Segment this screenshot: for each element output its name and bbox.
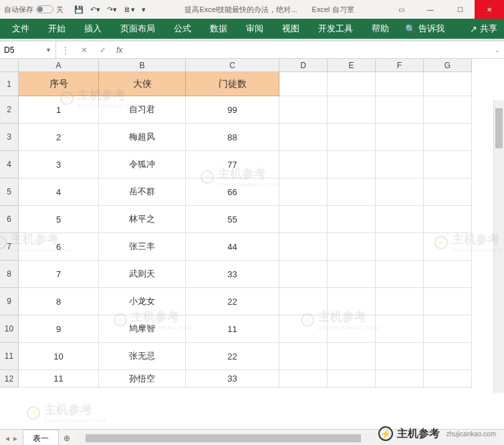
save-icon[interactable]: 💾 xyxy=(74,5,84,14)
cell-F8[interactable] xyxy=(376,261,424,288)
cell-A1[interactable]: 序号 xyxy=(19,72,99,96)
cell-A11[interactable]: 10 xyxy=(19,343,99,370)
row-header-7[interactable]: 7 xyxy=(0,233,19,261)
cell-E6[interactable] xyxy=(328,206,376,233)
cell-B6[interactable]: 林平之 xyxy=(99,206,186,233)
cell-E7[interactable] xyxy=(328,233,376,261)
cell-F12[interactable] xyxy=(376,370,424,388)
tab-insert[interactable]: 插入 xyxy=(75,19,111,39)
minimize-button[interactable]: — xyxy=(416,0,445,19)
cell-E3[interactable] xyxy=(328,124,376,151)
row-header-11[interactable]: 11 xyxy=(0,343,19,370)
cell-D10[interactable] xyxy=(279,315,328,343)
cell-F7[interactable] xyxy=(376,233,424,261)
cell-C7[interactable]: 44 xyxy=(186,233,279,261)
cell-D9[interactable] xyxy=(279,288,328,315)
column-header-A[interactable]: A xyxy=(19,59,99,72)
cell-F3[interactable] xyxy=(376,124,424,151)
column-header-C[interactable]: C xyxy=(186,59,279,72)
cell-B5[interactable]: 岳不群 xyxy=(99,178,186,206)
cell-C10[interactable]: 11 xyxy=(186,315,279,343)
cell-C9[interactable]: 22 xyxy=(186,288,279,315)
cell-B2[interactable]: 自习君 xyxy=(99,96,186,124)
cell-C1[interactable]: 门徒数 xyxy=(186,72,279,96)
cell-D12[interactable] xyxy=(279,370,328,388)
cell-G10[interactable] xyxy=(424,315,472,343)
cancel-icon[interactable]: ✕ xyxy=(75,45,94,55)
cell-E1[interactable] xyxy=(328,72,376,96)
expand-formula-icon[interactable]: ⌄ xyxy=(491,47,504,53)
cell-C8[interactable]: 33 xyxy=(186,261,279,288)
tab-home[interactable]: 开始 xyxy=(39,19,75,39)
column-header-D[interactable]: D xyxy=(279,59,328,72)
cell-B11[interactable]: 张无忌 xyxy=(99,343,186,370)
cell-E10[interactable] xyxy=(328,315,376,343)
share-button[interactable]: ↗ 共享 xyxy=(463,23,504,35)
scrollbar-thumb[interactable] xyxy=(495,108,503,148)
cell-C6[interactable]: 55 xyxy=(186,206,279,233)
cell-G6[interactable] xyxy=(424,206,472,233)
cell-E12[interactable] xyxy=(328,370,376,388)
print-preview-icon[interactable]: 🗎▾ xyxy=(124,5,135,14)
cell-D7[interactable] xyxy=(279,233,328,261)
maximize-button[interactable]: ☐ xyxy=(445,0,475,19)
cell-D3[interactable] xyxy=(279,124,328,151)
cell-D1[interactable] xyxy=(279,72,328,96)
cell-B12[interactable]: 孙悟空 xyxy=(99,370,186,388)
cell-E4[interactable] xyxy=(328,151,376,178)
cell-D4[interactable] xyxy=(279,151,328,178)
cell-A9[interactable]: 8 xyxy=(19,288,99,315)
cell-B8[interactable]: 武则天 xyxy=(99,261,186,288)
autosave-toggle[interactable]: 自动保存 关 xyxy=(0,5,68,15)
cell-E5[interactable] xyxy=(328,178,376,206)
row-header-12[interactable]: 12 xyxy=(0,370,19,388)
cell-F2[interactable] xyxy=(376,96,424,124)
name-box[interactable]: D5 ▼ xyxy=(0,41,56,58)
cell-G2[interactable] xyxy=(424,96,472,124)
cell-C4[interactable]: 77 xyxy=(186,151,279,178)
cell-A2[interactable]: 1 xyxy=(19,96,99,124)
cell-G5[interactable] xyxy=(424,178,472,206)
tab-help[interactable]: 帮助 xyxy=(362,19,398,39)
cell-A12[interactable]: 11 xyxy=(19,370,99,388)
cell-A8[interactable]: 7 xyxy=(19,261,99,288)
cell-F9[interactable] xyxy=(376,288,424,315)
cell-C5[interactable]: 66 xyxy=(186,178,279,206)
cell-F6[interactable] xyxy=(376,206,424,233)
expand-dropdown-icon[interactable]: ⋮ xyxy=(56,45,75,55)
enter-icon[interactable]: ✓ xyxy=(94,45,112,55)
cell-C12[interactable]: 33 xyxy=(186,370,279,388)
column-header-G[interactable]: G xyxy=(424,59,472,72)
cell-B7[interactable]: 张三丰 xyxy=(99,233,186,261)
cell-E9[interactable] xyxy=(328,288,376,315)
cell-F4[interactable] xyxy=(376,151,424,178)
tell-me-search[interactable]: 🔍 告诉我 xyxy=(398,23,451,35)
cell-C3[interactable]: 88 xyxy=(186,124,279,151)
row-header-4[interactable]: 4 xyxy=(0,151,19,178)
cell-A10[interactable]: 9 xyxy=(19,315,99,343)
cell-D5[interactable] xyxy=(279,178,328,206)
tab-data[interactable]: 数据 xyxy=(201,19,237,39)
cell-D11[interactable] xyxy=(279,343,328,370)
row-header-5[interactable]: 5 xyxy=(0,178,19,206)
fx-icon[interactable]: fx xyxy=(112,45,126,55)
row-header-9[interactable]: 9 xyxy=(0,288,19,315)
scrollbar-thumb[interactable] xyxy=(86,434,361,442)
tab-last-icon[interactable]: ▸ xyxy=(13,434,17,443)
cell-B3[interactable]: 梅超风 xyxy=(99,124,186,151)
cell-A5[interactable]: 4 xyxy=(19,178,99,206)
vertical-scrollbar[interactable] xyxy=(493,100,504,393)
row-header-1[interactable]: 1 xyxy=(0,72,19,96)
cell-D6[interactable] xyxy=(279,206,328,233)
cell-G8[interactable] xyxy=(424,261,472,288)
cell-G12[interactable] xyxy=(424,370,472,388)
close-button[interactable]: ✕ xyxy=(475,0,504,19)
cell-F1[interactable] xyxy=(376,72,424,96)
cell-C2[interactable]: 99 xyxy=(186,96,279,124)
cell-G1[interactable] xyxy=(424,72,472,96)
select-all-corner[interactable] xyxy=(0,59,19,72)
row-header-8[interactable]: 8 xyxy=(0,261,19,288)
cell-G7[interactable] xyxy=(424,233,472,261)
cell-F5[interactable] xyxy=(376,178,424,206)
add-sheet-button[interactable]: ⊕ xyxy=(59,434,75,443)
